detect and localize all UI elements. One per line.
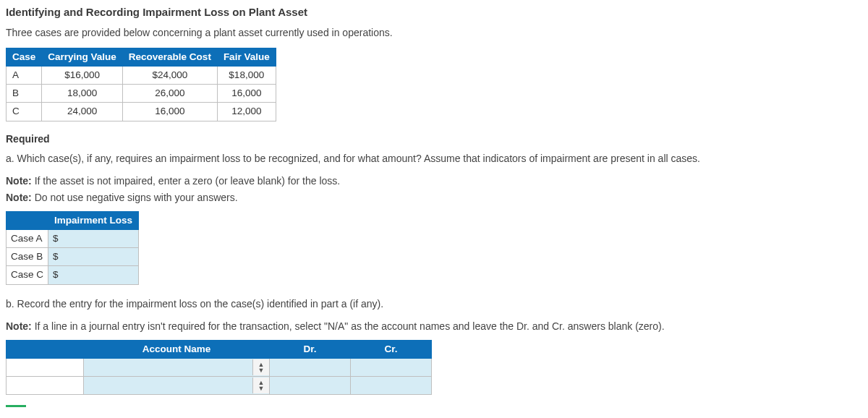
case-data-table: Case Carrying Value Recoverable Cost Fai… (6, 48, 276, 121)
impairment-input-a[interactable]: $ (48, 229, 139, 247)
table-row: Case A $ (7, 229, 139, 247)
stepper-icon[interactable]: ▲ ▼ (252, 359, 269, 375)
col-dr: Dr. (270, 340, 351, 358)
col-cr: Cr. (351, 340, 432, 358)
cell: 16,000 (122, 103, 217, 121)
part-b-text: b. Record the entry for the impairment l… (6, 297, 862, 312)
table-row: Case C $ (7, 266, 139, 284)
impairment-field-b[interactable] (61, 250, 122, 263)
row-leader (7, 358, 84, 376)
intro-text: Three cases are provided below concernin… (6, 25, 862, 40)
cr-input-1[interactable] (351, 358, 432, 376)
table-row: Case B $ (7, 248, 139, 266)
chevron-down-icon: ▼ (258, 385, 265, 391)
cell: 12,000 (217, 103, 276, 121)
impairment-input-b[interactable]: $ (48, 248, 139, 266)
impairment-field-c[interactable] (61, 268, 122, 281)
table-row: A $16,000 $24,000 $18,000 (7, 66, 276, 84)
dr-field-2[interactable] (284, 379, 337, 391)
cell: $16,000 (42, 66, 123, 84)
cell: 26,000 (122, 85, 217, 103)
account-name-select-1[interactable]: ▲ ▼ (84, 358, 270, 376)
col-fair: Fair Value (217, 48, 276, 66)
note-body: Do not use negative signs with your answ… (32, 192, 238, 203)
dr-input-1[interactable] (270, 358, 351, 376)
dr-input-2[interactable] (270, 377, 351, 395)
dr-field-1[interactable] (284, 361, 337, 373)
cell: B (7, 85, 42, 103)
part-a-text: a. Which case(s), if any, requires an im… (6, 151, 862, 166)
cell: A (7, 66, 42, 84)
impairment-input-c[interactable]: $ (48, 266, 139, 284)
table-row: ▲ ▼ (7, 377, 432, 395)
col-carrying: Carrying Value (42, 48, 123, 66)
currency-symbol: $ (53, 233, 59, 244)
stepper-icon[interactable]: ▲ ▼ (252, 378, 269, 393)
cell: $24,000 (122, 66, 217, 84)
note-prefix: Note: (6, 320, 32, 332)
row-leader (7, 377, 84, 395)
blank-header (7, 211, 48, 229)
cell: 16,000 (217, 85, 276, 103)
row-label: Case B (7, 248, 48, 266)
row-label: Case A (7, 229, 48, 247)
table-row: C 24,000 16,000 12,000 (7, 103, 276, 121)
row-label: Case C (7, 266, 48, 284)
page-title: Identifying and Recording Impairment Los… (6, 4, 862, 21)
cr-input-2[interactable] (351, 377, 432, 395)
note-body: If the asset is not impaired, enter a ze… (32, 175, 340, 187)
col-case: Case (7, 48, 42, 66)
cr-field-1[interactable] (365, 361, 418, 373)
note-2: Note: Do not use negative signs with you… (6, 190, 862, 205)
required-heading: Required (6, 132, 862, 147)
col-account-name: Account Name (84, 340, 270, 358)
note-1: Note: If the asset is not impaired, ente… (6, 174, 862, 189)
note-3: Note: If a line in a journal entry isn't… (6, 319, 862, 334)
note-prefix: Note: (6, 192, 32, 203)
cell: 24,000 (42, 103, 123, 121)
journal-entry-table: Account Name Dr. Cr. ▲ ▼ ▲ ▼ (6, 340, 432, 396)
cell: 18,000 (42, 85, 123, 103)
cr-field-2[interactable] (365, 379, 418, 391)
account-name-select-2[interactable]: ▲ ▼ (84, 377, 270, 395)
progress-underline (6, 405, 26, 407)
currency-symbol: $ (53, 251, 59, 262)
blank-header (7, 340, 84, 358)
col-recover: Recoverable Cost (122, 48, 217, 66)
cell: C (7, 103, 42, 121)
table-row: ▲ ▼ (7, 358, 432, 376)
impairment-field-a[interactable] (61, 232, 122, 244)
cell: $18,000 (217, 66, 276, 84)
note-prefix: Note: (6, 175, 32, 187)
impairment-header: Impairment Loss (48, 211, 139, 229)
currency-symbol: $ (53, 269, 59, 280)
chevron-down-icon: ▼ (258, 367, 265, 373)
impairment-loss-table: Impairment Loss Case A $ Case B $ Case C… (6, 211, 139, 285)
table-row: B 18,000 26,000 16,000 (7, 85, 276, 103)
note-body: If a line in a journal entry isn't requi… (32, 320, 665, 332)
